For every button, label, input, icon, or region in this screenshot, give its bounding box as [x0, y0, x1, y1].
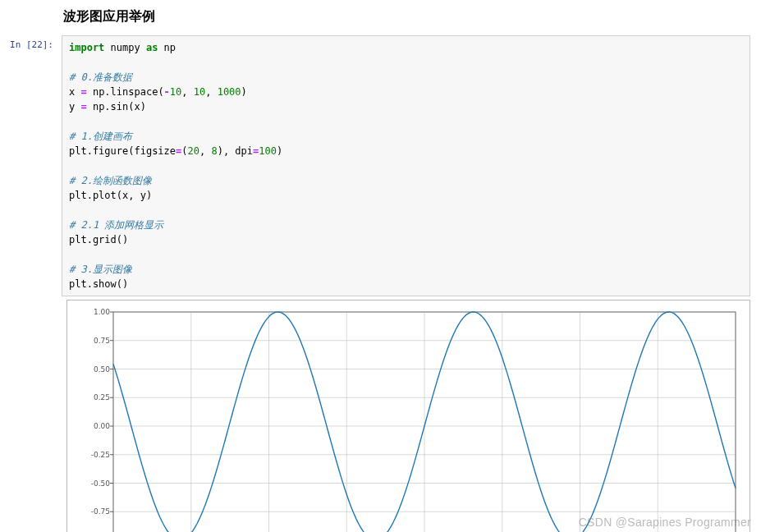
y-tick-label: -0.25 [91, 451, 110, 459]
watermark: CSDN @Sarapines Programmer [579, 516, 751, 529]
code-input[interactable]: import numpy as np # 0.准备数据 x = np.linsp… [62, 35, 750, 296]
y-tick-label: 0.25 [94, 393, 110, 401]
plot-output: -1.00-0.75-0.50-0.250.000.250.500.751.00… [66, 300, 750, 532]
input-prompt: In [22]: [4, 35, 62, 50]
y-tick-label: -0.50 [91, 479, 110, 488]
y-tick-label: 0.00 [94, 422, 110, 430]
section-title: 波形图应用举例 [63, 8, 757, 25]
y-tick-label: 0.50 [94, 365, 110, 374]
y-tick-label: 0.75 [94, 337, 110, 345]
y-tick-label: 1.00 [94, 308, 110, 316]
code-cell: In [22]: import numpy as np # 0.准备数据 x =… [4, 35, 757, 296]
y-tick-label: -0.75 [91, 507, 110, 516]
